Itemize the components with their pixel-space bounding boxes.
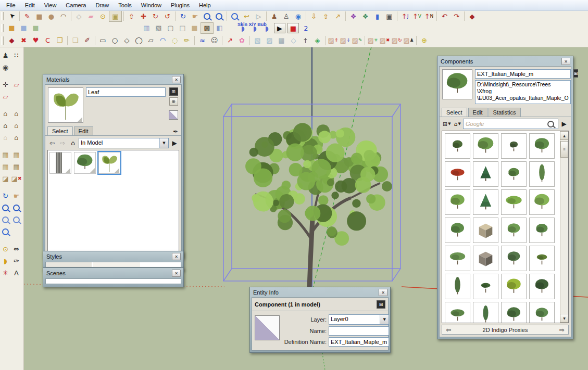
delete-red-x-icon[interactable]: ✖ [18, 35, 30, 46]
stop-button-icon[interactable]: ■ [287, 23, 299, 33]
terrain-joystick-icon[interactable]: ▨♟ [403, 35, 415, 46]
tape-measure-icon[interactable]: ⊙ [97, 11, 109, 21]
tab-edit[interactable]: Edit [74, 126, 93, 135]
push-pull-icon[interactable]: ⇧ [126, 11, 137, 21]
offset-tool-icon[interactable]: ↺ [161, 11, 173, 21]
chevron-down-icon[interactable]: ▼ [159, 138, 168, 148]
eraser-tool-icon[interactable]: ▰ [85, 11, 97, 21]
plugin-j-icon[interactable]: ↑J [399, 11, 411, 21]
zoom-previous-left-icon[interactable] [0, 214, 11, 226]
component-thumbnail[interactable] [529, 246, 555, 271]
ellipse-shape-icon[interactable]: ◯ [133, 35, 145, 46]
component-thumbnail[interactable] [445, 161, 470, 187]
toggle-secondary-pane-icon[interactable]: ⊞ [169, 87, 178, 96]
component-thumbnail[interactable] [529, 161, 555, 187]
orbit-left-icon[interactable]: ↻ [0, 190, 11, 202]
xray-style-icon[interactable]: ▥ [141, 23, 153, 33]
text-tool-icon[interactable]: ✑ [11, 255, 22, 267]
soap-cube-1-icon[interactable]: ▧ [252, 35, 264, 46]
stamp-rainbow-icon[interactable]: ▨✳ [367, 35, 379, 46]
materials-titlebar[interactable]: Materials ✕ [45, 75, 182, 84]
component-thumbnail[interactable] [529, 274, 555, 299]
section-plane-icon[interactable]: ▱ [11, 79, 22, 91]
material-name-field[interactable]: Leaf [86, 87, 166, 97]
page-left-icon[interactable]: ⇦ [444, 326, 453, 334]
terrain-x-icon[interactable]: ▨✖ [379, 35, 391, 46]
layer-dropdown[interactable]: Layer0 ▼ [329, 314, 389, 325]
previous-view-icon[interactable]: ↩ [241, 11, 253, 21]
structure-house-6-icon[interactable]: ⌂ [11, 132, 22, 144]
details-arrow-icon[interactable]: ▶ [170, 139, 179, 148]
zoom-window-left-icon[interactable] [11, 202, 22, 214]
hidden-line-style-icon[interactable]: □ [177, 23, 189, 33]
share-model-icon[interactable]: ❖ [347, 11, 359, 21]
structure-house-2-icon[interactable]: ⌂ [11, 108, 22, 120]
tab-edit[interactable]: Edit [468, 108, 487, 117]
red-diagonal-arrow-icon[interactable]: ↗ [224, 35, 236, 46]
menu-item-file[interactable]: File [2, 1, 20, 9]
view-options-icon[interactable]: ⊞ ▼ [442, 119, 452, 129]
marker-pen-icon[interactable]: ✐ [81, 35, 93, 46]
move-tool-icon[interactable]: ✚ [137, 11, 149, 21]
definition-name-field[interactable]: EXT_Italian_Maple_m [329, 337, 389, 347]
menu-item-edit[interactable]: Edit [20, 1, 40, 9]
pink-flower-icon[interactable]: ✿ [236, 35, 248, 46]
tab-statistics[interactable]: Statistics [489, 108, 521, 117]
texture-tile-5-icon[interactable]: ◪ [0, 173, 11, 185]
zoom-left-icon[interactable] [0, 202, 11, 214]
section-plane-2-icon[interactable]: ▱ [0, 91, 11, 103]
structure-house-4-icon[interactable]: ⌂ [11, 120, 22, 132]
component-thumbnail[interactable] [445, 302, 470, 323]
walk-footprints-icon[interactable]: ∷ [11, 49, 22, 61]
default-material-swatch[interactable] [169, 110, 178, 120]
yellow-circle-shape-icon[interactable]: ◌ [169, 35, 181, 46]
protractor-icon[interactable]: ◗ [0, 255, 11, 267]
component-description[interactable]: D:\Mindsight\_Resource\Trees \Xfrog \EU0… [475, 80, 571, 104]
close-icon[interactable]: ✕ [561, 58, 570, 65]
texture-tile-2-icon[interactable]: ▦ [11, 149, 22, 161]
page-right-icon[interactable]: ⇨ [557, 326, 567, 334]
texture-tile-4-icon[interactable]: ▦ [11, 161, 22, 173]
rotate-tool-icon[interactable]: ↻ [149, 11, 161, 21]
compass-yellow-icon[interactable]: ⊕ [418, 35, 430, 46]
position-camera-icon[interactable]: ♟ [268, 11, 280, 21]
toggle-secondary-pane-icon[interactable]: ⊞ [573, 69, 579, 78]
styles-titlebar[interactable]: Styles ✕ [45, 252, 182, 261]
red-wedge-icon[interactable]: ◆ [466, 11, 478, 21]
sword-tool-icon[interactable]: † [299, 35, 311, 46]
component-thumbnail[interactable] [445, 274, 470, 299]
drape-brush-icon[interactable]: ▨✎ [351, 35, 363, 46]
menu-item-view[interactable]: View [40, 1, 61, 9]
component-thumbnail[interactable] [501, 302, 527, 323]
back-edges-style-icon[interactable]: ▧ [153, 23, 165, 33]
model-cube-orange-icon[interactable]: ■ [6, 23, 18, 33]
material-swatch-leaf[interactable] [98, 152, 120, 174]
component-thumbnail[interactable] [501, 133, 527, 159]
flip-right-icon[interactable]: ↷ [451, 11, 462, 21]
menu-item-plugins[interactable]: Plugins [166, 1, 194, 9]
component-thumbnail[interactable] [529, 133, 555, 159]
walk-tool-icon[interactable]: ♙ [280, 11, 292, 21]
tab-select[interactable]: Select [47, 126, 73, 135]
toggle-terrain-icon[interactable]: ⇧ [320, 11, 332, 21]
menu-item-camera[interactable]: Camera [61, 1, 91, 9]
create-material-icon[interactable]: ⊕ [169, 97, 178, 106]
close-icon[interactable]: ✕ [379, 289, 387, 296]
collection-dropdown[interactable]: In Model ▼ [79, 138, 169, 148]
flip-left-icon[interactable]: ↶ [439, 11, 451, 21]
zoom-extents-icon[interactable] [229, 11, 241, 21]
zoom-next-left-icon[interactable] [11, 214, 22, 226]
circle-shape-icon[interactable]: ○ [109, 35, 121, 46]
component-thumbnail[interactable] [501, 218, 527, 243]
scroll-down-icon[interactable]: ▼ [560, 314, 569, 323]
entity-material-swatch[interactable] [255, 315, 280, 340]
wireframe-style-icon[interactable]: ▢ [165, 23, 177, 33]
green-gem-cube-icon[interactable]: ◈ [311, 35, 323, 46]
toolbar-drag-handle[interactable] [1, 24, 4, 32]
home-icon[interactable]: ⌂ [68, 139, 78, 148]
terrain-rotate-icon[interactable]: ▨↻ [391, 35, 403, 46]
sample-paint-icon[interactable]: ✒ [173, 128, 178, 135]
rounded-rect-shape-icon[interactable]: ▭ [97, 35, 109, 46]
next-view-icon[interactable]: ▷ [253, 11, 265, 21]
folded-paper-icon[interactable]: ❏ [69, 35, 81, 46]
